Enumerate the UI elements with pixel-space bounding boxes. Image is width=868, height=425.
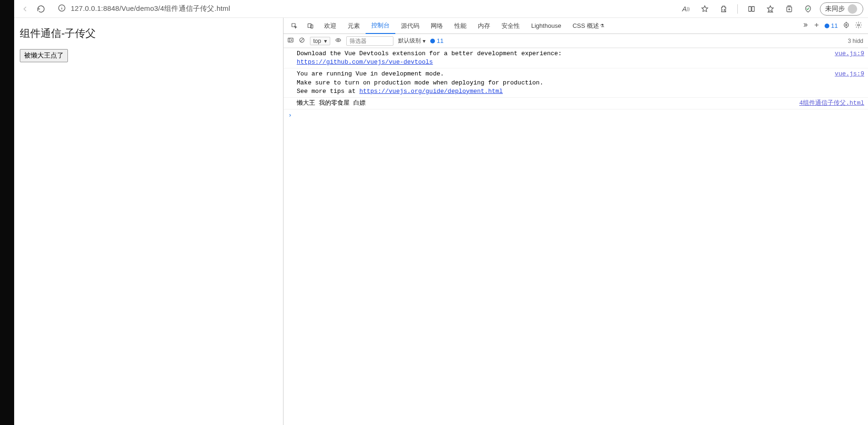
prompt-chevron-icon: › [288, 112, 292, 119]
filter-input[interactable] [346, 36, 393, 46]
tab-lighthouse[interactable]: Lighthouse [526, 18, 567, 34]
chevron-down-icon: ▾ [423, 38, 426, 44]
more-tabs-icon[interactable] [802, 22, 809, 30]
read-aloud-button[interactable]: A)) [679, 1, 693, 17]
reload-button[interactable] [33, 1, 49, 17]
svg-rect-3 [749, 6, 751, 11]
console-log-message: 懒大王 我的零食屋 白嫖 [297, 99, 793, 108]
chevron-down-icon: ▾ [324, 38, 327, 44]
tab-performance[interactable]: 性能 [449, 18, 472, 34]
sync-button[interactable]: 未同步 [820, 2, 863, 16]
console-filterbar: top ▾ 默认级别 ▾ 11 3 hidd [284, 34, 868, 48]
split-screen-button[interactable] [744, 1, 759, 17]
left-black-strip [0, 0, 14, 425]
console-source-link[interactable]: vue.js:9 [835, 50, 864, 57]
tab-sources[interactable]: 源代码 [395, 18, 425, 34]
svg-rect-4 [752, 6, 754, 11]
svg-line-23 [300, 39, 303, 42]
toolbar-divider [737, 4, 738, 14]
issues-badge[interactable]: 11 [825, 22, 838, 29]
collections-button[interactable] [782, 1, 796, 17]
tab-css-overview[interactable]: CSS 概述⚗ [567, 18, 610, 34]
live-expression-icon[interactable] [335, 37, 342, 45]
page-action-button[interactable]: 被懒大王点了 [20, 49, 68, 62]
performance-button[interactable] [801, 1, 815, 17]
settings-gear-icon[interactable] [855, 21, 862, 30]
log-level-selector[interactable]: 默认级别 ▾ [398, 37, 426, 45]
page-title: 组件通信-子传父 [20, 26, 277, 41]
site-info-icon[interactable] [58, 4, 66, 14]
svg-point-19 [858, 24, 860, 26]
devtools-panel: 欢迎 元素 控制台 源代码 网络 性能 内存 安全性 Lighthouse CS… [283, 18, 868, 425]
hidden-count: 3 hidd [848, 38, 864, 44]
console-sidebar-toggle-icon[interactable] [287, 37, 294, 45]
page-content: 组件通信-子传父 被懒大王点了 [14, 18, 283, 425]
clear-console-icon[interactable] [299, 37, 305, 45]
context-selector[interactable]: top ▾ [310, 37, 330, 45]
console-prompt[interactable]: › [284, 109, 868, 122]
url-text: 127.0.0.1:8848/Vue/demo3/4组件通信子传父.html [71, 4, 230, 13]
tab-memory[interactable]: 内存 [472, 18, 496, 34]
svg-point-16 [845, 24, 847, 25]
tab-elements[interactable]: 元素 [342, 18, 366, 34]
address-bar[interactable]: 127.0.0.1:8848/Vue/demo3/4组件通信子传父.html [49, 2, 679, 16]
console-log-source: vue.js:9 [829, 50, 864, 67]
svg-point-24 [337, 39, 339, 41]
console-log-row: 懒大王 我的零食屋 白嫖4组件通信子传父.html [284, 98, 868, 109]
svg-point-15 [844, 23, 848, 27]
settings-customize-icon[interactable] [843, 21, 850, 30]
console-log-source: vue.js:9 [829, 70, 864, 96]
sync-label: 未同步 [825, 5, 845, 13]
console-log-message: You are running Vue in development mode.… [297, 70, 829, 96]
extensions-button[interactable] [717, 1, 731, 17]
inspect-element-icon[interactable] [286, 18, 302, 34]
tab-console[interactable]: 控制台 [366, 18, 395, 34]
profile-icon [848, 4, 857, 14]
favorite-button[interactable] [698, 1, 712, 17]
back-button[interactable] [17, 1, 33, 17]
console-log-source: 4组件通信子传父.html [793, 99, 864, 108]
console-body: Download the Vue Devtools extension for … [284, 48, 868, 425]
console-source-link[interactable]: vue.js:9 [835, 70, 864, 77]
info-dot-icon [430, 39, 435, 43]
console-log-message: Download the Vue Devtools extension for … [297, 50, 829, 67]
console-source-link[interactable]: 4组件通信子传父.html [799, 100, 864, 107]
console-info-count[interactable]: 11 [430, 37, 443, 44]
console-log-link[interactable]: https://github.com/vuejs/vue-devtools [297, 58, 433, 66]
devtools-tabs: 欢迎 元素 控制台 源代码 网络 性能 内存 安全性 Lighthouse CS… [284, 18, 868, 34]
console-log-row: Download the Vue Devtools extension for … [284, 48, 868, 68]
console-log-link[interactable]: https://vuejs.org/guide/deployment.html [359, 88, 503, 95]
device-toolbar-icon[interactable] [302, 18, 318, 34]
flask-icon: ⚗ [600, 23, 604, 28]
info-dot-icon [825, 24, 829, 28]
favorites-bar-button[interactable] [763, 1, 777, 17]
console-log-row: You are running Vue in development mode.… [284, 68, 868, 98]
tab-security[interactable]: 安全性 [496, 18, 526, 34]
add-tab-icon[interactable] [813, 22, 820, 30]
tab-network[interactable]: 网络 [425, 18, 449, 34]
tab-welcome[interactable]: 欢迎 [318, 18, 342, 34]
browser-toolbar: 127.0.0.1:8848/Vue/demo3/4组件通信子传父.html A… [14, 0, 868, 18]
